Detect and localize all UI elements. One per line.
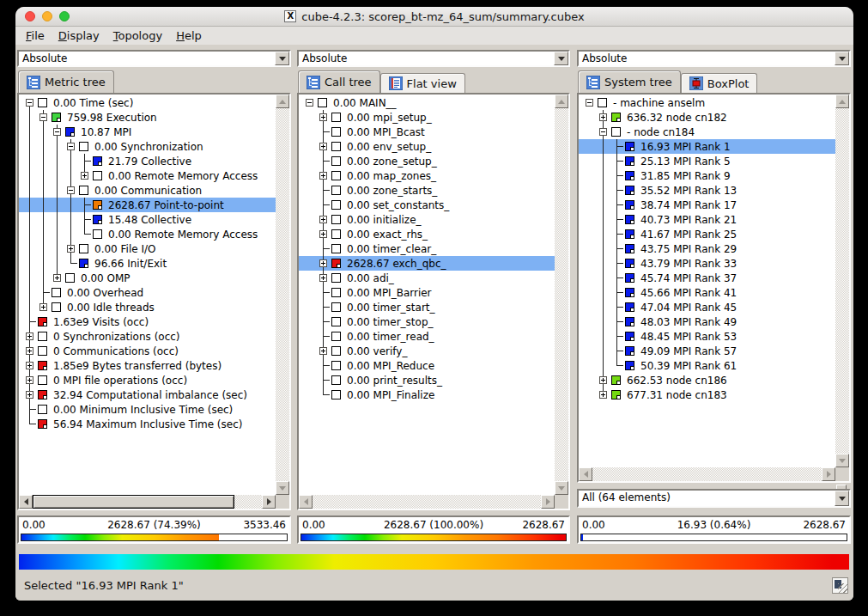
tree-row[interactable]: 40.73 MPI Rank 21	[579, 212, 835, 227]
horizontal-scrollbar[interactable]	[299, 495, 555, 509]
tree-row[interactable]: 0.00 MPI_Barrier	[299, 285, 555, 300]
vertical-scrollbar[interactable]	[276, 95, 289, 495]
collapse-icon[interactable]	[306, 99, 313, 107]
expand-icon[interactable]	[26, 362, 33, 369]
tab-metric-tree[interactable]: Metric tree	[18, 70, 114, 93]
tree-row[interactable]: 48.03 MPI Rank 49	[579, 314, 835, 329]
scroll-down-button[interactable]	[835, 454, 849, 467]
collapse-icon[interactable]	[39, 113, 47, 121]
tree-row[interactable]: - node cn184	[579, 125, 835, 139]
tree-row[interactable]: 50.39 MPI Rank 61	[579, 358, 835, 373]
tree-row[interactable]: 0.00 MPI_Bcast	[299, 125, 555, 139]
tree-row[interactable]: 31.85 MPI Rank 9	[579, 168, 835, 183]
minimize-button[interactable]	[42, 11, 52, 21]
tree-row[interactable]: 0.00 adi_	[299, 271, 555, 285]
tree-row[interactable]: 35.52 MPI Rank 13	[579, 183, 835, 198]
close-button[interactable]	[25, 11, 35, 21]
tree-row[interactable]: 0.00 MPI_Reduce	[299, 358, 555, 373]
tree-row[interactable]: 2628.67 exch_qbc_	[299, 256, 555, 271]
tree-row[interactable]: 0.00 Minimum Inclusive Time (sec)	[19, 402, 276, 417]
tree-row[interactable]: 0.00 Overhead	[19, 285, 276, 300]
tree-row[interactable]: 0.00 MPI_Finalize	[299, 387, 555, 402]
tree-row[interactable]: 0.00 Idle threads	[19, 300, 276, 314]
tab-boxplot[interactable]: BoxPlot	[681, 73, 758, 93]
tree-row[interactable]: 45.74 MPI Rank 37	[579, 271, 835, 285]
expand-icon[interactable]	[319, 172, 327, 180]
tree-row[interactable]: 0.00 Time (sec)	[19, 95, 276, 110]
menu-item-display[interactable]: Display	[52, 27, 106, 44]
expand-icon[interactable]	[67, 245, 75, 253]
tree-row[interactable]: 56.94 Maximum Inclusive Time (sec)	[19, 417, 276, 431]
tree-row[interactable]: 0.00 map_zones_	[299, 168, 555, 183]
tree-row[interactable]: 0.00 OMP	[19, 271, 276, 285]
menu-item-file[interactable]: File	[19, 27, 52, 44]
collapse-icon[interactable]	[67, 186, 75, 194]
tree-row[interactable]: 32.94 Computational imbalance (sec)	[19, 387, 276, 402]
combo-dropdown-button[interactable]	[554, 52, 568, 65]
tree-row[interactable]: 662.53 node cn186	[579, 373, 835, 387]
tree-row[interactable]: 0.00 timer_read_	[299, 329, 555, 344]
tree-row[interactable]: 1.63e9 Visits (occ)	[19, 314, 276, 329]
tree-row[interactable]: 1.85e9 Bytes transferred (bytes)	[19, 358, 276, 373]
expand-icon[interactable]	[599, 376, 607, 384]
collapse-icon[interactable]	[599, 128, 607, 136]
tab-flat-view[interactable]: Flat view	[380, 73, 465, 93]
tree-row[interactable]: 10.87 MPI	[19, 125, 276, 139]
tree-row[interactable]: 0.00 MAIN__	[299, 95, 555, 110]
collapse-icon[interactable]	[53, 128, 61, 136]
tree-row[interactable]: 0.00 zone_setup_	[299, 154, 555, 168]
collapse-icon[interactable]	[26, 99, 33, 107]
expand-icon[interactable]	[599, 391, 607, 399]
scroll-left-button[interactable]	[579, 467, 592, 481]
tree-row[interactable]: 0.00 Remote Memory Access	[19, 168, 276, 183]
tab-system-tree[interactable]: System tree	[578, 70, 681, 93]
system-value-mode-combo[interactable]: Absolute	[577, 50, 851, 67]
tree-row[interactable]: 0.00 Synchronization	[19, 139, 276, 154]
tree-row[interactable]: 0.00 print_results_	[299, 373, 555, 387]
tree-row[interactable]: 0 Communications (occ)	[19, 344, 276, 358]
expand-icon[interactable]	[26, 376, 33, 384]
tree-row[interactable]: 25.13 MPI Rank 5	[579, 154, 835, 168]
scrollbar-thumb[interactable]	[33, 495, 234, 509]
tree-row[interactable]: 41.67 MPI Rank 25	[579, 227, 835, 241]
expand-icon[interactable]	[319, 274, 327, 282]
call-value-mode-combo[interactable]: Absolute	[297, 50, 570, 67]
tree-row[interactable]: 0.00 verify_	[299, 344, 555, 358]
vertical-scrollbar[interactable]	[555, 95, 568, 495]
scroll-up-button[interactable]	[835, 95, 849, 108]
tree-row[interactable]: 0 Synchronizations (occ)	[19, 329, 276, 344]
scroll-right-button[interactable]	[262, 495, 276, 509]
size-grip-icon[interactable]	[832, 577, 848, 594]
expand-icon[interactable]	[319, 259, 327, 267]
tree-row[interactable]: 0.00 timer_start_	[299, 300, 555, 314]
tree-row[interactable]: 636.32 node cn182	[579, 110, 835, 125]
expand-icon[interactable]	[81, 172, 88, 180]
tree-row[interactable]: 15.48 Collective	[19, 212, 276, 227]
tree-row[interactable]: 43.75 MPI Rank 29	[579, 241, 835, 256]
tree-row[interactable]: 16.93 MPI Rank 1	[579, 139, 835, 154]
scroll-right-button[interactable]	[541, 495, 555, 509]
tree-row[interactable]: 677.31 node cn183	[579, 387, 835, 402]
scroll-left-button[interactable]	[19, 495, 33, 509]
expand-icon[interactable]	[319, 230, 327, 238]
tree-row[interactable]: 2628.67 Point-to-point	[19, 198, 276, 212]
tree-row[interactable]: 49.09 MPI Rank 57	[579, 344, 835, 358]
tree-row[interactable]: 0 MPI file operations (occ)	[19, 373, 276, 387]
scroll-up-button[interactable]	[555, 95, 568, 108]
tree-row[interactable]: 0.00 Communication	[19, 183, 276, 198]
vertical-scrollbar[interactable]	[835, 95, 849, 467]
expand-icon[interactable]	[319, 347, 327, 355]
tree-row[interactable]: 0.00 timer_stop_	[299, 314, 555, 329]
tree-row[interactable]: 0.00 Remote Memory Access	[19, 227, 276, 241]
combo-dropdown-button[interactable]	[835, 491, 849, 506]
tree-row[interactable]: - machine anselm	[579, 95, 835, 110]
tree-row[interactable]: 0.00 zone_starts_	[299, 183, 555, 198]
scroll-up-button[interactable]	[276, 95, 289, 108]
title-bar[interactable]: X cube-4.2.3: scorep_bt-mz_64_sum/summar…	[15, 7, 853, 27]
tree-row[interactable]: 0.00 env_setup_	[299, 139, 555, 154]
expand-icon[interactable]	[319, 216, 327, 223]
collapse-icon[interactable]	[67, 143, 75, 150]
scroll-down-button[interactable]	[555, 481, 568, 495]
menu-item-topology[interactable]: Topology	[106, 27, 169, 44]
tree-row[interactable]: 0.00 mpi_setup_	[299, 110, 555, 125]
